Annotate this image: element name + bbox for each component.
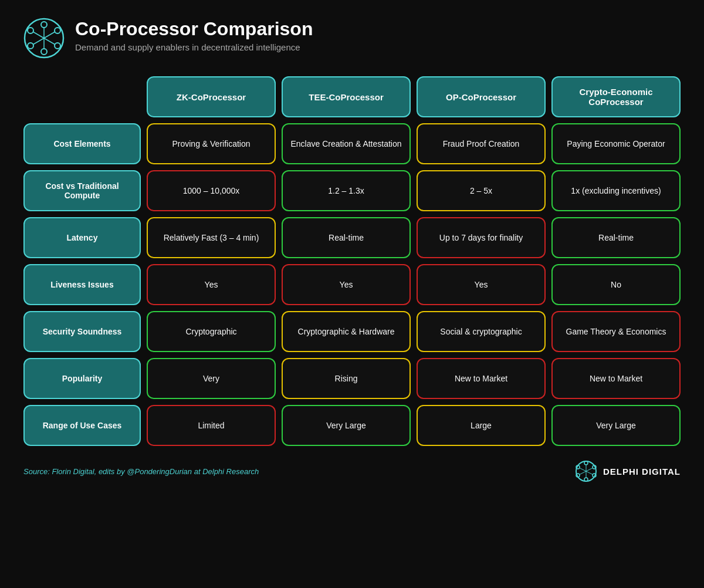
cell-r5-c3: New to Market bbox=[551, 358, 681, 399]
page-header: Co-Processor Comparison Demand and suppl… bbox=[23, 18, 681, 59]
col-header-ce: Crypto-Economic CoProcessor bbox=[551, 76, 681, 117]
cell-r0-c2: Fraud Proof Creation bbox=[417, 123, 546, 164]
cell-r3-c2: Yes bbox=[417, 264, 546, 305]
page-footer: Source: Florin Digital, edits by @Ponder… bbox=[23, 460, 681, 482]
data-row-5: PopularityVeryRisingNew to MarketNew to … bbox=[23, 358, 681, 399]
svg-point-4 bbox=[55, 28, 60, 33]
data-row-0: Cost ElementsProving & VerificationEncla… bbox=[23, 123, 681, 164]
page-title: Co-Processor Comparison bbox=[75, 18, 313, 40]
cell-r6-c1: Very Large bbox=[282, 405, 411, 446]
source-handle: @PonderingDurian bbox=[127, 467, 192, 476]
delphi-logo-header bbox=[23, 18, 65, 59]
source-attribution: Source: Florin Digital, edits by @Ponder… bbox=[23, 467, 259, 476]
data-row-2: LatencyRelatively Fast (3 – 4 min)Real-t… bbox=[23, 217, 681, 258]
cell-r5-c1: Rising bbox=[282, 358, 411, 399]
empty-header-cell bbox=[23, 76, 141, 117]
row-label-4: Security Soundness bbox=[23, 311, 141, 352]
cell-r2-c0: Relatively Fast (3 – 4 min) bbox=[147, 217, 276, 258]
col-header-op: OP-CoProcessor bbox=[417, 76, 546, 117]
row-label-3: Liveness Issues bbox=[23, 264, 141, 305]
header-text-block: Co-Processor Comparison Demand and suppl… bbox=[75, 18, 313, 52]
data-row-3: Liveness IssuesYesYesYesNo bbox=[23, 264, 681, 305]
row-label-5: Popularity bbox=[23, 358, 141, 399]
page-subtitle: Demand and supply enablers in decentrali… bbox=[75, 42, 313, 52]
rows-container: Cost ElementsProving & VerificationEncla… bbox=[23, 123, 681, 446]
brand-block: DELPHI DIGITAL bbox=[575, 460, 681, 482]
cell-r2-c3: Real-time bbox=[551, 217, 681, 258]
cell-r1-c1: 1.2 – 1.3x bbox=[282, 170, 411, 211]
data-row-4: Security SoundnessCryptographicCryptogra… bbox=[23, 311, 681, 352]
data-row-6: Range of Use CasesLimitedVery LargeLarge… bbox=[23, 405, 681, 446]
cell-r6-c0: Limited bbox=[147, 405, 276, 446]
row-label-0: Cost Elements bbox=[23, 123, 141, 164]
cell-r2-c2: Up to 7 days for finality bbox=[417, 217, 546, 258]
cell-r5-c2: New to Market bbox=[417, 358, 546, 399]
delphi-logo-footer bbox=[575, 460, 597, 482]
cell-r0-c1: Enclave Creation & Attestation bbox=[282, 123, 411, 164]
svg-point-2 bbox=[41, 49, 47, 55]
cell-r5-c0: Very bbox=[147, 358, 276, 399]
cell-r4-c0: Cryptographic bbox=[147, 311, 276, 352]
row-label-1: Cost vs Traditional Compute bbox=[23, 170, 141, 211]
cell-r0-c0: Proving & Verification bbox=[147, 123, 276, 164]
cell-r2-c1: Real-time bbox=[282, 217, 411, 258]
cell-r6-c2: Large bbox=[417, 405, 546, 446]
svg-point-3 bbox=[28, 28, 33, 33]
col-header-zk: ZK-CoProcessor bbox=[147, 76, 276, 117]
cell-r3-c3: No bbox=[551, 264, 681, 305]
cell-r4-c1: Cryptographic & Hardware bbox=[282, 311, 411, 352]
cell-r6-c3: Very Large bbox=[551, 405, 681, 446]
col-header-tee: TEE-CoProcessor bbox=[282, 76, 411, 117]
cell-r1-c0: 1000 – 10,000x bbox=[147, 170, 276, 211]
svg-point-6 bbox=[55, 43, 60, 49]
brand-name: DELPHI DIGITAL bbox=[603, 467, 681, 477]
data-row-1: Cost vs Traditional Compute1000 – 10,000… bbox=[23, 170, 681, 211]
cell-r1-c3: 1x (excluding incentives) bbox=[551, 170, 681, 211]
column-headers-row: ZK-CoProcessor TEE-CoProcessor OP-CoProc… bbox=[23, 76, 681, 117]
cell-r3-c1: Yes bbox=[282, 264, 411, 305]
cell-r4-c3: Game Theory & Economics bbox=[551, 311, 681, 352]
cell-r0-c3: Paying Economic Operator bbox=[551, 123, 681, 164]
row-label-6: Range of Use Cases bbox=[23, 405, 141, 446]
cell-r4-c2: Social & cryptographic bbox=[417, 311, 546, 352]
svg-point-1 bbox=[41, 22, 47, 28]
svg-point-5 bbox=[28, 43, 33, 49]
cell-r1-c2: 2 – 5x bbox=[417, 170, 546, 211]
row-label-2: Latency bbox=[23, 217, 141, 258]
cell-r3-c0: Yes bbox=[147, 264, 276, 305]
